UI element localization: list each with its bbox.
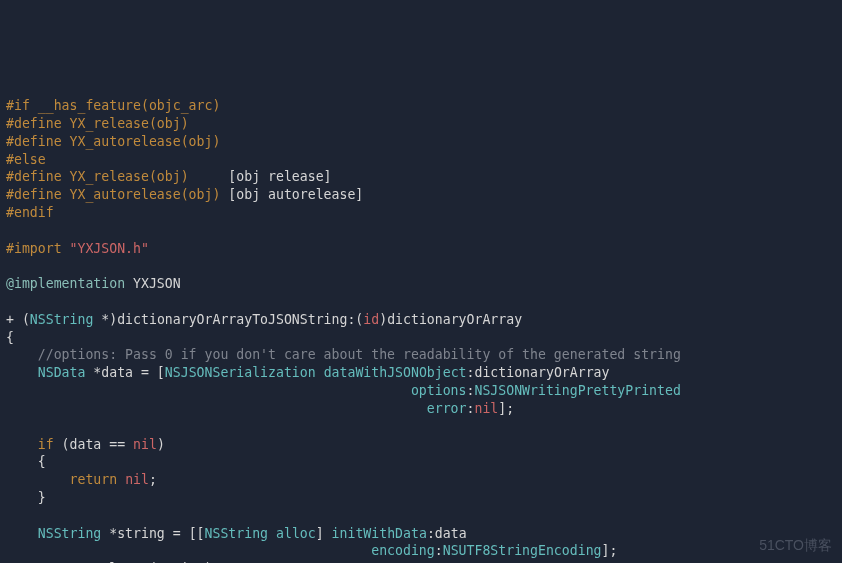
preprocessor: #define YX_release(obj) [6,169,228,184]
code-text: ] [316,526,332,541]
implementation-keyword: @implementation [6,276,125,291]
code-text: [obj release] [228,169,331,184]
string-literal: "YXJSON.h" [70,241,149,256]
code-line: #if __has_feature(objc_arc) [6,98,220,113]
watermark: 51CTO博客 [759,536,832,555]
preprocessor: #import [6,241,70,256]
code-line: #define YX_release(obj) [6,116,189,131]
selector: initWithData [332,526,427,541]
code-text: : [435,543,443,558]
id-type: id [363,312,379,327]
comment: //options: Pass 0 if you don't care abou… [38,347,681,362]
code-line: #define YX_autorelease(obj) [6,134,220,149]
code-text: ]; [602,543,618,558]
brace: { [6,454,46,469]
code-text: [obj autorelease] [228,187,363,202]
code-text: (data == [54,437,133,452]
code-text: :dictionaryOrArray [467,365,610,380]
type: NSJSONSerialization [165,365,316,380]
code-line: #import "YXJSON.h" [6,241,149,256]
constant: NSJSONWritingPrettyPrinted [474,383,680,398]
preprocessor: #endif [6,205,54,220]
code-line: NSData *data = [NSJSONSerialization data… [6,365,609,380]
type: NSData [38,365,86,380]
code-line: #define YX_release(obj) [obj release] [6,169,332,184]
preprocessor: #define YX_autorelease(obj) [6,187,228,202]
code-text: )dictionaryOrArray [379,312,522,327]
code-line: if (data == nil) [6,437,165,452]
code-line: NSString *string = [[NSString alloc] ini… [6,526,467,541]
nil-literal: nil [133,437,157,452]
code-line: #define YX_autorelease(obj) [obj autorel… [6,187,363,202]
preprocessor: #if __has_feature(objc_arc) [6,98,220,113]
selector: encoding [371,543,435,558]
selector: options [411,383,467,398]
code-text: *data = [ [85,365,164,380]
brace: { [6,330,14,345]
code-line: options:NSJSONWritingPrettyPrinted [6,383,681,398]
code-line: #else [6,152,46,167]
brace: } [6,490,46,505]
nil-literal: nil [474,401,498,416]
constant: NSUTF8StringEncoding [443,543,602,558]
preprocessor: #define YX_autorelease(obj) [6,134,220,149]
code-line: return nil; [6,472,157,487]
code-line: { [6,454,46,469]
type: NSString [205,526,269,541]
code-line: @implementation YXJSON [6,276,181,291]
code-line: { [6,330,14,345]
code-line: } [6,490,46,505]
preprocessor: #define YX_release(obj) [6,116,189,131]
code-text: *string = [[ [101,526,204,541]
preprocessor: #else [6,152,46,167]
code-line: + (NSString *)dictionaryOrArrayToJSONStr… [6,312,522,327]
nil-literal: nil [125,472,149,487]
code-text: ]; [498,401,514,416]
code-text: ; [149,472,157,487]
selector: alloc [276,526,316,541]
code-line: #endif [6,205,54,220]
selector: error [427,401,467,416]
code-line: error:nil]; [6,401,514,416]
code-block: #if __has_feature(objc_arc) #define YX_r… [6,79,836,563]
code-line: encoding:NSUTF8StringEncoding]; [6,543,617,558]
selector: dataWithJSONObject [324,365,467,380]
code-text: :data [427,526,467,541]
type: NSString [30,312,94,327]
code-text: ) [157,437,165,452]
keyword: if [38,437,54,452]
class-name: YXJSON [125,276,181,291]
code-text: + ( [6,312,30,327]
keyword: return [70,472,118,487]
code-text: *)dictionaryOrArrayToJSONString:( [93,312,363,327]
type: NSString [38,526,102,541]
code-line: //options: Pass 0 if you don't care abou… [6,347,681,362]
